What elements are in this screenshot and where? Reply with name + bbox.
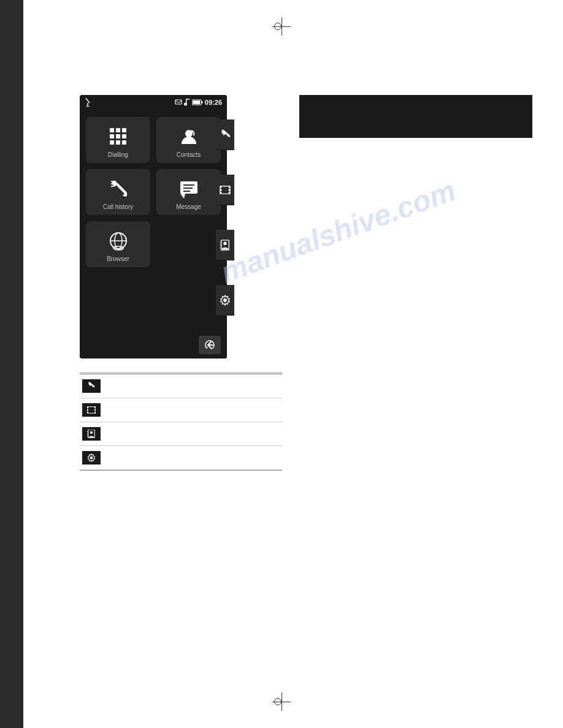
- message-label: Message: [176, 203, 201, 210]
- phone-bottom-bar: [80, 331, 227, 358]
- svg-rect-3: [175, 100, 182, 104]
- table-row: [80, 422, 282, 446]
- svg-rect-17: [122, 134, 126, 138]
- svg-rect-49: [87, 407, 88, 408]
- svg-rect-52: [94, 412, 96, 413]
- svg-rect-20: [122, 140, 126, 145]
- right-icon-video[interactable]: [216, 175, 234, 205]
- svg-rect-51: [87, 412, 88, 413]
- svg-rect-14: [122, 128, 126, 132]
- svg-marker-31: [205, 347, 208, 349]
- note-status-icon: [184, 99, 190, 106]
- svg-rect-34: [228, 186, 230, 188]
- svg-rect-7: [186, 99, 190, 100]
- call-history-icon: [106, 176, 131, 201]
- dialling-icon: [106, 124, 131, 149]
- svg-line-5: [178, 100, 182, 103]
- svg-rect-54: [94, 409, 96, 411]
- svg-rect-18: [110, 140, 114, 145]
- table-icon-gear: [82, 451, 101, 464]
- crosshair-bottom-circle: [274, 698, 282, 705]
- antenna-icon: [85, 98, 91, 107]
- svg-point-42: [223, 241, 226, 245]
- svg-rect-53: [87, 409, 88, 411]
- svg-rect-33: [220, 186, 222, 188]
- browser-label: Browser: [107, 256, 129, 262]
- back-button[interactable]: [199, 336, 221, 354]
- right-icon-contacts[interactable]: [216, 230, 234, 260]
- table-row: [80, 374, 282, 398]
- left-sidebar: [0, 0, 23, 728]
- svg-rect-16: [116, 134, 120, 138]
- contacts-list-icon: [220, 240, 231, 251]
- table-row: [80, 398, 282, 422]
- svg-rect-19: [116, 140, 120, 145]
- table-film-icon: [87, 406, 96, 414]
- phone-screen: 09:26 Dialling: [80, 95, 227, 358]
- msg-status-icon: [175, 99, 182, 105]
- status-bar-right: 09:26: [175, 99, 222, 106]
- app-message[interactable]: Message: [156, 169, 221, 215]
- crosshair-top-circle: [274, 23, 282, 30]
- app-contacts[interactable]: Contacts: [156, 117, 221, 163]
- app-call-history[interactable]: Call history: [86, 169, 150, 215]
- svg-rect-13: [116, 128, 120, 132]
- dialling-label: Dialling: [108, 151, 128, 158]
- svg-rect-38: [228, 189, 230, 191]
- table-icon-contacts-list: [82, 427, 101, 441]
- black-box-header: [299, 95, 532, 138]
- svg-rect-10: [193, 100, 200, 104]
- battery-status-icon: [192, 99, 203, 105]
- table-top-line: [80, 373, 282, 373]
- right-icon-settings[interactable]: [216, 285, 234, 316]
- svg-line-0: [86, 98, 90, 103]
- browser-icon: [106, 229, 131, 253]
- app-browser[interactable]: Browser: [86, 221, 150, 267]
- svg-rect-50: [94, 407, 96, 408]
- svg-rect-35: [220, 192, 222, 194]
- film-icon: [220, 184, 231, 195]
- table-contacts-icon: [87, 430, 96, 438]
- contacts-icon: [177, 124, 201, 149]
- app-grid: Dialling Contacts: [80, 110, 227, 275]
- table-row: [80, 446, 282, 470]
- svg-rect-15: [110, 134, 114, 138]
- svg-rect-12: [110, 128, 114, 132]
- svg-rect-11: [201, 101, 202, 103]
- watermark: manualshive.com: [216, 173, 460, 289]
- phone-icon: [220, 129, 231, 140]
- status-bar: 09:26: [80, 95, 227, 110]
- svg-rect-36: [228, 192, 230, 194]
- svg-point-8: [184, 103, 187, 106]
- call-history-label: Call history: [103, 203, 133, 210]
- table-divider-bottom: [80, 470, 282, 471]
- app-dialling[interactable]: Dialling: [86, 117, 150, 163]
- right-icon-call[interactable]: [216, 119, 234, 150]
- svg-point-63: [90, 457, 93, 459]
- svg-rect-37: [220, 189, 222, 191]
- table-icon-film: [82, 403, 101, 417]
- table-icon-phone: [82, 379, 101, 393]
- svg-point-58: [90, 431, 93, 434]
- svg-point-47: [223, 298, 226, 301]
- svg-line-4: [175, 100, 178, 103]
- icon-table: [80, 374, 282, 471]
- message-icon: [177, 176, 201, 201]
- phone-right-icons: [216, 95, 234, 316]
- gear-icon: [220, 295, 231, 306]
- contacts-label: Contacts: [177, 151, 201, 158]
- status-bar-left: [85, 98, 91, 107]
- table-gear-icon: [87, 453, 96, 462]
- table-phone-icon: [87, 382, 96, 390]
